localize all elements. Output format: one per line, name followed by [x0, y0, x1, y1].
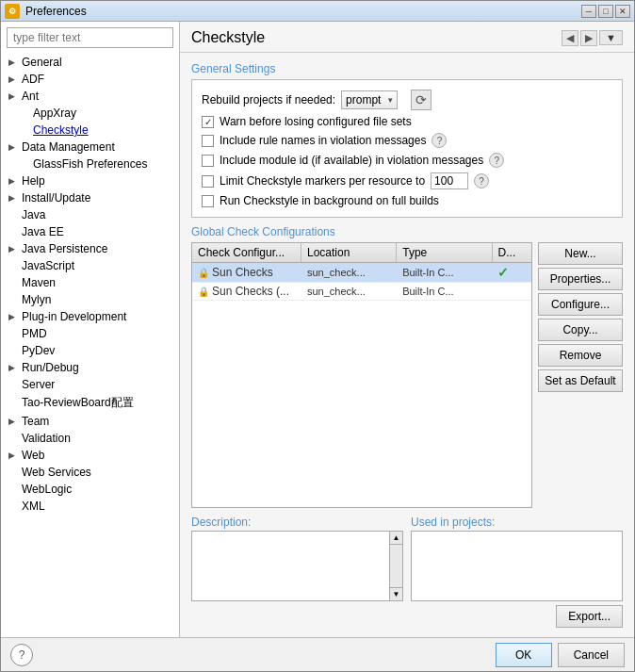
lock-icon: 🔒 [198, 268, 209, 278]
rebuild-icon[interactable]: ⟳ [411, 90, 431, 110]
sidebar-item-label: Ant [22, 90, 39, 103]
nav-dropdown-button[interactable]: ▼ [599, 30, 623, 45]
sidebar-item-pmd[interactable]: PMD [1, 325, 179, 342]
sidebar-item-help[interactable]: ▶ Help [1, 172, 179, 189]
warn-label: Warn before losing configured file sets [220, 115, 412, 128]
scroll-down-button[interactable]: ▼ [390, 587, 402, 600]
arrow-icon: ▶ [8, 417, 20, 426]
sidebar-item-glassfish[interactable]: GlassFish Preferences [1, 156, 179, 172]
sidebar-item-java[interactable]: Java [1, 206, 179, 223]
sidebar-item-javaee[interactable]: Java EE [1, 223, 179, 240]
global-check-section: Global Check Configurations Check Config… [191, 225, 623, 628]
cancel-button[interactable]: Cancel [558, 643, 625, 667]
cell-location: sun_check... [301, 265, 397, 280]
sidebar-item-validation[interactable]: Validation [1, 430, 179, 447]
used-in-projects-area [411, 531, 623, 601]
check-configurations-table: Check Configur... Location Type D... 🔒 S… [191, 242, 532, 508]
desc-section: Description: ▲ ▼ Used in projects: [191, 516, 623, 601]
sidebar-item-xml[interactable]: XML [1, 498, 179, 515]
table-row[interactable]: 🔒 Sun Checks sun_check... Built-In C... … [192, 263, 531, 283]
title-controls: ─ □ ✕ [581, 5, 630, 18]
include-rule-names-row: Include rule names in violation messages… [202, 133, 612, 148]
help-icon-module[interactable]: ? [489, 153, 504, 168]
help-icon-rule-names[interactable]: ? [431, 133, 447, 148]
table-row[interactable]: 🔒 Sun Checks (... sun_check... Built-In … [192, 283, 531, 301]
export-btn-area: Export... [191, 605, 623, 628]
help-icon-limit[interactable]: ? [474, 173, 489, 188]
sidebar-item-server[interactable]: Server [1, 376, 179, 393]
sidebar-item-label: Help [22, 174, 45, 188]
sidebar-item-checkstyle[interactable]: Checkstyle [1, 122, 179, 139]
minimize-button[interactable]: ─ [581, 5, 596, 18]
sidebar-item-javascript[interactable]: JavaScript [1, 257, 179, 274]
limit-checkbox[interactable] [202, 175, 214, 188]
properties-button[interactable]: Properties... [538, 268, 623, 290]
limit-input[interactable] [431, 172, 468, 189]
sidebar-item-label: Web [22, 449, 44, 462]
sidebar-item-java-persistence[interactable]: ▶ Java Persistence [1, 240, 179, 257]
sidebar-item-run-debug[interactable]: ▶ Run/Debug [1, 359, 179, 376]
general-settings-title: General Settings [191, 62, 623, 75]
sidebar-item-data-management[interactable]: ▶ Data Management [1, 139, 179, 156]
table-body: 🔒 Sun Checks sun_check... Built-In C... … [192, 263, 531, 507]
sidebar-item-label: ADF [22, 73, 44, 86]
include-module-row: Include module id (if available) in viol… [202, 153, 612, 168]
sidebar-item-label: Install/Update [22, 191, 90, 205]
configure-button[interactable]: Configure... [538, 293, 623, 316]
arrow-icon: ▶ [8, 451, 20, 460]
export-button[interactable]: Export... [556, 605, 623, 628]
run-bg-label: Run Checkstyle in background on full bui… [220, 194, 439, 207]
include-module-checkbox[interactable] [202, 155, 214, 167]
sidebar-item-label: Tao-ReviewBoard配置 [22, 395, 134, 411]
sidebar-item-maven[interactable]: Maven [1, 274, 179, 291]
window-icon: ⚙ [5, 4, 20, 19]
cell-location: sun_check... [301, 284, 397, 299]
sidebar-item-label: PyDev [22, 344, 55, 357]
sidebar-item-label: XML [22, 500, 45, 513]
cell-type: Built-In C... [397, 265, 492, 280]
set-default-button[interactable]: Set as Default [538, 369, 623, 392]
cell-config: 🔒 Sun Checks (... [192, 283, 301, 300]
filter-input[interactable] [7, 27, 173, 48]
nav-buttons: ◀ ▶ ▼ [562, 30, 623, 46]
include-rule-names-checkbox[interactable] [202, 135, 214, 147]
arrow-icon: ▶ [8, 193, 20, 203]
maximize-button[interactable]: □ [598, 5, 613, 18]
new-button[interactable]: New... [538, 242, 623, 265]
warn-checkbox[interactable] [202, 116, 214, 128]
forward-button[interactable]: ▶ [580, 30, 597, 46]
sidebar-item-web-services[interactable]: Web Services [1, 464, 179, 481]
back-button[interactable]: ◀ [562, 30, 578, 46]
content-body: General Settings Rebuild projects if nee… [180, 53, 634, 637]
cell-type: Built-In C... [397, 284, 492, 299]
sidebar-item-web[interactable]: ▶ Web [1, 447, 179, 464]
sidebar-item-pydev[interactable]: PyDev [1, 342, 179, 359]
general-settings-section: General Settings Rebuild projects if nee… [191, 62, 623, 218]
ok-button[interactable]: OK [496, 643, 552, 667]
sidebar-item-plugin-dev[interactable]: ▶ Plug-in Development [1, 308, 179, 325]
sidebar-item-general[interactable]: ▶ General [1, 54, 179, 71]
sidebar-item-mylyn[interactable]: Mylyn [1, 291, 179, 308]
help-button[interactable]: ? [10, 644, 33, 666]
tree-area: ▶ General ▶ ADF ▶ Ant AppXray Chec [1, 54, 179, 637]
close-button[interactable]: ✕ [615, 5, 630, 18]
sidebar-item-weblogic[interactable]: WebLogic [1, 481, 179, 498]
content-area: Checkstyle ◀ ▶ ▼ General Settings [180, 22, 634, 637]
remove-button[interactable]: Remove [538, 344, 623, 367]
rebuild-dropdown[interactable]: prompt [341, 90, 398, 109]
rebuild-label: Rebuild projects if needed: [202, 93, 335, 107]
sidebar-item-tao[interactable]: Tao-ReviewBoard配置 [1, 393, 179, 413]
preferences-window: ⚙ Preferences ─ □ ✕ ▶ General ▶ ADF [0, 0, 635, 672]
sidebar-item-appxray[interactable]: AppXray [1, 105, 179, 122]
main-area: ▶ General ▶ ADF ▶ Ant AppXray Chec [1, 22, 634, 637]
sidebar-item-team[interactable]: ▶ Team [1, 413, 179, 430]
sidebar-item-label: Validation [22, 432, 71, 445]
copy-button[interactable]: Copy... [538, 319, 623, 341]
content-header: Checkstyle ◀ ▶ ▼ [180, 22, 634, 53]
sidebar-item-label: JavaScript [22, 259, 74, 272]
sidebar-item-ant[interactable]: ▶ Ant [1, 88, 179, 105]
sidebar-item-adf[interactable]: ▶ ADF [1, 71, 179, 88]
run-bg-checkbox[interactable] [202, 195, 214, 207]
scroll-up-button[interactable]: ▲ [390, 532, 402, 545]
sidebar-item-install[interactable]: ▶ Install/Update [1, 189, 179, 206]
